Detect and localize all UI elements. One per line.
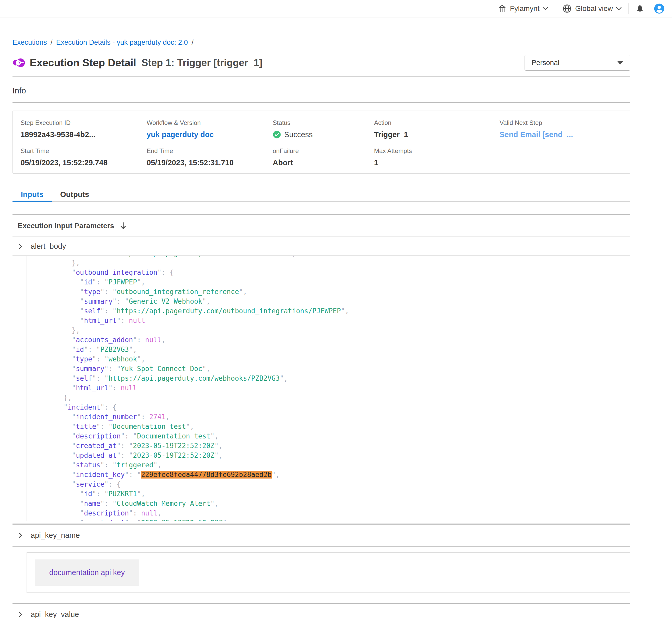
api-key-name-value-box: documentation api key [26,552,630,593]
org-label: Fylamynt [510,4,540,13]
info-card: Step Execution ID 18992a43-9538-4b2... W… [12,111,630,174]
param-name: api_key_name [31,531,80,540]
field-value: 05/19/2023, 15:52:31.710 [147,158,273,167]
code-line: "id": "PUZKRT1", [31,489,630,499]
code-line: "self": "https://api.pagerduty.com/outbo… [31,306,630,316]
code-line: "type": "webhook", [31,354,630,364]
api-key-chip: documentation api key [35,559,139,586]
field-value: 05/19/2023, 15:52:29.748 [20,158,147,167]
page-header: Execution Step Detail Step 1: Trigger [t… [12,55,630,71]
field-value: Abort [273,158,374,167]
field-label: Action [374,119,500,126]
code-line: }, [31,325,630,335]
info-field-step-execution-id: Step Execution ID 18992a43-9538-4b2... [20,119,147,139]
status-badge: Success [284,130,313,139]
scope-select-value: Personal [531,59,560,67]
select-arrow-icon [617,61,623,65]
arrow-down-icon[interactable] [119,221,127,230]
chevron-down-icon [616,7,622,10]
params-header: Execution Input Parameters [12,215,630,236]
code-line: "title": "Documentation test", [31,422,630,431]
field-label: Start Time [20,147,147,154]
info-field-max-attempts: Max Attempts 1 [374,147,500,167]
code-line: "outbound_integration": { [31,268,630,277]
code-line: "description": null, [31,508,630,518]
code-line: "name": "CloudWatch-Memory-Alert", [31,499,630,508]
param-row-alert-body[interactable]: alert_body [12,237,630,255]
code-line: "summary": "Yuk Spot Connect Doc", [31,364,630,374]
scope-select[interactable]: Personal [524,55,630,71]
code-line: "type": "outbound_integration_reference"… [31,287,630,297]
notifications-bell-icon[interactable] [636,4,645,13]
info-field-end-time: End Time 05/19/2023, 15:52:31.710 [147,147,273,167]
breadcrumb-link-execution-details[interactable]: Execution Details - yuk pagerduty doc: 2… [56,38,188,46]
field-value: 18992a43-9538-4b2... [20,130,147,139]
code-line: "html_url": null [31,316,630,325]
code-line: }, [31,258,630,268]
info-heading: Info [12,86,630,96]
field-label: Valid Next Step [500,119,622,126]
field-label: Step Execution ID [20,119,147,126]
view-label: Global view [575,4,613,13]
field-label: Workflow & Version [147,119,273,126]
code-block[interactable]: "self": "https://api.pagerduty.com/servi… [26,256,630,521]
field-label: End Time [147,147,273,154]
title-divider [12,76,630,77]
tab-inputs[interactable]: Inputs [12,188,52,201]
info-field-status: Status Success [273,119,374,139]
success-check-icon [273,130,281,139]
code-line: "html_url": null [31,383,630,393]
info-field-workflow-version: Workflow & Version yuk pagerduty doc [147,119,273,139]
code-line: "created_at": "2023-05-19T22:52:20Z", [31,441,630,451]
page-subtitle: Step 1: Trigger [trigger_1] [142,57,263,69]
chevron-right-icon [17,243,24,250]
breadcrumb-separator: / [51,38,53,46]
user-avatar[interactable] [654,3,665,14]
code-line: "updated_at": "2023-05-19T22:52:20Z", [31,451,630,460]
field-label: onFailure [273,147,374,154]
code-line: "incident_key": "229efec8feda44778d3fe69… [31,470,630,480]
code-line: }, [31,393,630,403]
bank-icon [498,4,507,13]
code-line: "id": "PZB2VG3", [31,345,630,354]
breadcrumb-separator: / [191,38,193,46]
field-label: Status [273,119,374,126]
view-switcher[interactable]: Global view [562,4,622,13]
code-line: "incident_number": 2741, [31,412,630,422]
param-row-api-key-value[interactable]: api_key_value [12,604,630,618]
next-step-link[interactable]: Send Email [send_... [500,130,573,139]
param-row-api-key-name[interactable]: api_key_name [12,525,630,546]
section-divider [12,546,630,547]
topbar: Fylamynt Global view [0,0,672,17]
code-line: "description": "Documentation test", [31,431,630,441]
tab-outputs[interactable]: Outputs [52,188,97,201]
code-line: "incident": { [31,403,630,412]
info-field-action: Action Trigger_1 [374,119,500,139]
tab-bar: Inputs Outputs [12,188,630,202]
chevron-right-icon [17,611,24,618]
code-line: "self": "https://api.pagerduty.com/servi… [31,256,630,258]
chevron-down-icon [542,7,548,10]
code-line: "created_at": "2023-05-19T22:52:20Z", [31,518,630,521]
topbar-divider [628,3,629,14]
breadcrumb-link-executions[interactable]: Executions [12,38,47,46]
code-line: "self": "https://api.pagerduty.com/webho… [31,374,630,383]
field-value: Trigger_1 [374,130,500,139]
info-field-start-time: Start Time 05/19/2023, 15:52:29.748 [20,147,147,167]
chevron-right-icon [17,532,24,539]
params-heading: Execution Input Parameters [18,222,114,230]
globe-icon [562,4,572,13]
workflow-link[interactable]: yuk pagerduty doc [147,130,214,139]
info-field-onfailure: onFailure Abort [273,147,374,167]
info-field-valid-next-step: Valid Next Step Send Email [send_... [500,119,622,139]
code-line: "status": "triggered", [31,460,630,470]
json-viewer: "self": "https://api.pagerduty.com/servi… [27,256,630,521]
info-divider [12,102,630,103]
code-line: "service": { [31,480,630,489]
workflow-logo-icon [12,57,25,69]
param-name: alert_body [31,242,66,250]
org-switcher[interactable]: Fylamynt [498,4,549,13]
code-line: "summary": "Generic V2 Webhook", [31,297,630,306]
code-line: "id": "PJFWPEP", [31,277,630,287]
field-value: 1 [374,158,500,167]
